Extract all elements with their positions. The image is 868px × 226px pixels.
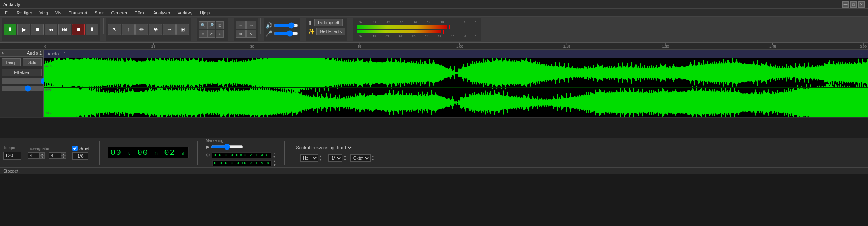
stop-button[interactable]: ⏹ xyxy=(31,24,44,35)
zoom-out-button[interactable]: 🔎 xyxy=(207,21,215,29)
time-sig-num-group: ▲ ▼ xyxy=(28,152,45,159)
skip-start-button[interactable]: ⏮ xyxy=(45,24,57,35)
waveform-canvas[interactable] xyxy=(44,58,868,117)
markering-label: Markering xyxy=(206,138,276,143)
meter-group: -54-48-42-36-30-24-18 -60 -54-48-42-36-3… xyxy=(353,18,481,41)
tempo-input[interactable] xyxy=(3,152,21,160)
tick-145: 1:45 xyxy=(769,43,776,49)
output-volume-slider[interactable] xyxy=(274,23,298,28)
menu-vis[interactable]: Vis xyxy=(52,10,65,16)
markering2-up-arrow[interactable]: ▲ xyxy=(273,160,276,163)
envelope-tool-button[interactable]: ↕ xyxy=(122,24,135,35)
menu-analyser[interactable]: Analyser xyxy=(150,10,174,16)
tempo-group: Tempo xyxy=(3,146,21,160)
menu-velg[interactable]: Velg xyxy=(36,10,51,16)
markering-up-arrow[interactable]: ▲ xyxy=(273,152,276,155)
close-button[interactable]: ✕ xyxy=(858,1,865,8)
markering-slider[interactable] xyxy=(211,144,243,150)
effects-label[interactable]: Effekter xyxy=(2,69,42,76)
track-close-button[interactable]: ✕ xyxy=(2,51,5,55)
divider-2 xyxy=(197,141,198,165)
track-header: ✕ Audio 1 xyxy=(0,50,43,57)
mute-button[interactable]: Demp xyxy=(2,58,21,66)
volume-group: 🔊 🎤 xyxy=(264,18,300,41)
time-sig-num-down[interactable]: ▼ xyxy=(40,156,45,159)
pan-slider-row xyxy=(2,86,42,91)
play-button[interactable]: ▶ xyxy=(17,24,30,35)
undo-button[interactable]: ↩ xyxy=(236,21,246,29)
snap-input[interactable] xyxy=(72,152,88,160)
tick-45: 45 xyxy=(357,43,361,49)
zoom-in-button[interactable]: 🔍 xyxy=(199,21,207,29)
app-title: Audacity xyxy=(3,2,842,7)
markering-down-arrow[interactable]: ▼ xyxy=(273,155,276,159)
time-sig-num-input[interactable] xyxy=(28,152,40,159)
timeline-ruler: 0 15 30 45 1:00 1:15 1:30 1:45 2:00 xyxy=(0,43,868,50)
semi-up[interactable]: ▲ xyxy=(343,154,346,158)
minimize-button[interactable]: — xyxy=(842,1,849,8)
oct-up[interactable]: ▲ xyxy=(319,154,322,158)
zoom-full-button[interactable]: ⤢ xyxy=(207,30,215,38)
waveform-container[interactable]: -6dB 0dB 0dB -6dB xyxy=(44,58,868,117)
markering2-down-arrow[interactable]: ▼ xyxy=(273,163,276,167)
octave-select[interactable]: Hz kHz xyxy=(300,154,318,162)
tick-30: 30 xyxy=(250,43,254,49)
select2-button[interactable]: ↖ xyxy=(246,30,256,38)
menu-transport[interactable]: Transport xyxy=(66,10,91,16)
menu-spor[interactable]: Spor xyxy=(91,10,107,16)
smett-label[interactable]: Smett xyxy=(72,146,91,151)
zoom-fit-button[interactable]: ⊡ xyxy=(216,21,224,29)
steps-down[interactable]: ▼ xyxy=(371,158,375,162)
input-volume-slider[interactable] xyxy=(274,31,298,36)
time-sig-den-input[interactable] xyxy=(49,152,61,159)
steps-select[interactable]: Oktaver xyxy=(350,154,371,162)
semi-down[interactable]: ▼ xyxy=(343,158,346,162)
pencil-button[interactable]: ✏ xyxy=(236,30,246,38)
record-button[interactable]: ⏺ xyxy=(72,24,85,35)
multi-tool-button[interactable]: ⊞ xyxy=(176,24,189,35)
redo-button[interactable]: ↪ xyxy=(246,21,256,29)
markering-group: Markering ▶ ⚙ 0 0 0 0 0 m 0 2 1 9 8 ▲ ▼ xyxy=(206,138,276,167)
solo-button[interactable]: Solo xyxy=(23,58,42,66)
menu-generer[interactable]: Generer xyxy=(108,10,131,16)
semitone-select[interactable]: 1/2t xyxy=(328,154,342,162)
dash-label-2: - - xyxy=(324,156,328,160)
time-sig-num-up[interactable]: ▲ xyxy=(40,152,45,156)
time-minutes: 00 xyxy=(137,148,149,157)
menu-rediger[interactable]: Rediger xyxy=(14,10,36,16)
zoom-group: 🔍 🔎 ⊡ ↔ ⤢ ↕ xyxy=(197,18,228,41)
menu-fil[interactable]: Fil xyxy=(2,10,13,16)
level-bar-1 xyxy=(356,25,448,29)
steps-up[interactable]: ▲ xyxy=(371,154,375,158)
zoom-tool-button[interactable]: ⊕ xyxy=(149,24,162,35)
track-more-button[interactable]: ··· xyxy=(861,51,865,56)
tick-130: 1:30 xyxy=(662,43,669,49)
toolbar-separator-1 xyxy=(103,18,104,34)
db-label-minus6-top: -6dB xyxy=(45,64,52,68)
time-sig-label: Tidssignatur xyxy=(28,146,66,151)
smett-checkbox[interactable] xyxy=(72,146,78,151)
freq-select[interactable]: Sentral-frekvens og -bredde xyxy=(293,144,353,151)
tempo-label: Tempo xyxy=(3,146,21,150)
zoom-sel-button[interactable]: ↔ xyxy=(199,30,207,38)
menu-hjelp[interactable]: Hjelp xyxy=(197,10,213,16)
pause2-button[interactable]: ⏸ xyxy=(86,24,98,35)
skip-end-button[interactable]: ⏭ xyxy=(58,24,71,35)
time-sig-den-up[interactable]: ▲ xyxy=(61,152,66,156)
menu-verktoy[interactable]: Verktøy xyxy=(174,10,196,16)
zoom-v-button[interactable]: ↕ xyxy=(216,30,224,38)
menu-effekt[interactable]: Effekt xyxy=(131,10,149,16)
get-effects-button[interactable]: Get Effects xyxy=(316,28,345,35)
time-sig-den-down[interactable]: ▼ xyxy=(61,156,66,159)
maximize-button[interactable]: □ xyxy=(850,1,857,8)
time-sig-den-arrows: ▲ ▼ xyxy=(61,152,66,159)
lydoppsett-button[interactable]: Lydoppsett xyxy=(314,19,343,26)
tick-100: 1:00 xyxy=(456,43,463,49)
timeshift-tool-button[interactable]: ↔ xyxy=(163,24,176,35)
oct-down[interactable]: ▼ xyxy=(319,158,322,162)
select-tool-button[interactable]: ↖ xyxy=(108,24,121,35)
pause-button[interactable]: ⏸ xyxy=(4,24,16,35)
draw-tool-button[interactable]: ✏ xyxy=(135,24,148,35)
track-title-bar: Audio 1 1 ··· xyxy=(44,50,868,58)
waveform-area[interactable]: Audio 1 1 ··· -6dB 0dB 0dB -6dB xyxy=(44,50,868,117)
